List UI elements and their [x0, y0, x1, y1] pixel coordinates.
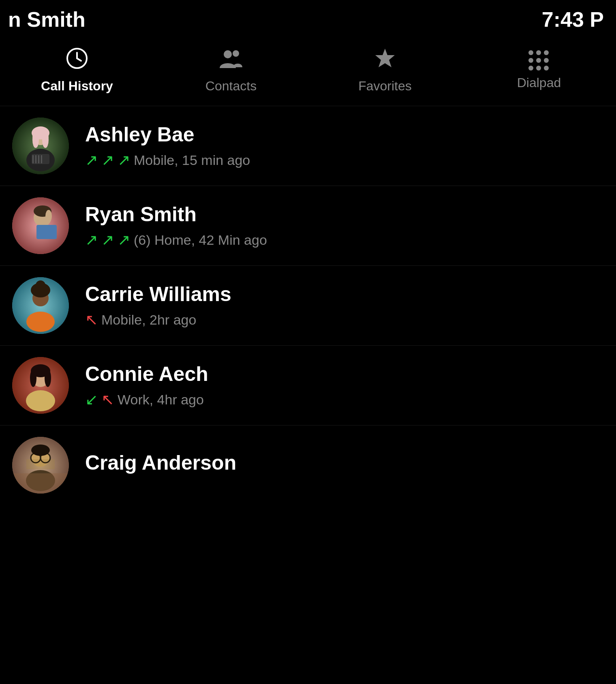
list-item[interactable]: Ryan Smith ↗ ↗ ↗ (6) Home, 42 Min ago: [0, 186, 616, 266]
avatar: [12, 277, 69, 334]
svg-point-3: [224, 50, 232, 58]
contact-name: Ryan Smith: [85, 203, 604, 226]
svg-rect-47: [12, 473, 69, 494]
svg-point-34: [26, 390, 55, 411]
svg-rect-16: [38, 155, 39, 163]
call-type-text: Work, 4hr ago: [118, 392, 204, 408]
outgoing-arrow-2: ↗: [101, 231, 114, 249]
contact-info: Ashley Bae ↗ ↗ ↗ Mobile, 15 min ago: [85, 123, 604, 169]
outgoing-arrow-1: ↗: [85, 151, 98, 169]
contact-info: Carrie Williams ↗ Mobile, 2hr ago: [85, 282, 604, 329]
svg-point-27: [26, 312, 55, 332]
svg-point-37: [45, 369, 51, 387]
outgoing-arrow-3: ↗: [118, 231, 130, 249]
tab-dialpad[interactable]: Dialpad: [462, 50, 616, 90]
contact-name: Carrie Williams: [85, 282, 604, 306]
call-details: ↙ ↗ Work, 4hr ago: [85, 391, 604, 408]
outgoing-arrow-3: ↗: [118, 151, 130, 169]
avatar: [12, 357, 69, 414]
svg-point-12: [42, 132, 49, 148]
svg-rect-41: [26, 459, 55, 469]
call-type-text: Mobile, 15 min ago: [134, 152, 250, 168]
list-item[interactable]: Carrie Williams ↗ Mobile, 2hr ago: [0, 266, 616, 346]
missed-arrow: ↗: [101, 391, 114, 408]
tab-bar: Call History Contacts Favorites: [0, 39, 616, 106]
svg-rect-21: [36, 225, 57, 239]
call-type-text: (6) Home, 42 Min ago: [134, 232, 267, 248]
status-bar-time: 7:43 P: [542, 7, 604, 32]
outgoing-arrow-2: ↗: [101, 151, 114, 169]
incoming-arrow: ↙: [85, 391, 98, 408]
svg-rect-17: [41, 155, 42, 163]
list-item[interactable]: Craig Anderson: [0, 425, 616, 494]
missed-arrow: ↗: [85, 311, 98, 329]
contact-name: Craig Anderson: [85, 451, 604, 475]
avatar: [12, 437, 69, 494]
tab-dialpad-label: Dialpad: [517, 75, 561, 90]
svg-line-2: [77, 58, 81, 61]
status-bar: n Smith 7:43 P: [0, 0, 616, 39]
svg-rect-14: [32, 155, 34, 163]
svg-marker-5: [375, 49, 395, 67]
outgoing-arrow-1: ↗: [85, 231, 98, 249]
call-details: ↗ ↗ ↗ Mobile, 15 min ago: [85, 151, 604, 169]
svg-point-30: [36, 280, 45, 290]
contact-info: Connie Aech ↙ ↗ Work, 4hr ago: [85, 362, 604, 408]
tab-call-history-label: Call History: [41, 79, 113, 94]
dialpad-icon: [528, 50, 550, 71]
tab-contacts-label: Contacts: [205, 79, 257, 94]
svg-rect-15: [35, 155, 36, 163]
tab-call-history[interactable]: Call History: [0, 47, 154, 94]
svg-point-4: [233, 50, 239, 57]
avatar: [12, 197, 69, 254]
contact-info: Craig Anderson: [85, 451, 604, 479]
svg-rect-13: [32, 154, 49, 164]
list-item[interactable]: Ashley Bae ↗ ↗ ↗ Mobile, 15 min ago: [0, 106, 616, 186]
contact-list: Ashley Bae ↗ ↗ ↗ Mobile, 15 min ago: [0, 106, 616, 494]
people-icon: [219, 47, 243, 75]
contact-name: Connie Aech: [85, 362, 604, 386]
svg-point-45: [31, 445, 50, 456]
avatar: [12, 118, 69, 174]
call-details: ↗ Mobile, 2hr ago: [85, 311, 604, 329]
tab-favorites-label: Favorites: [358, 79, 412, 94]
call-details: ↗ ↗ ↗ (6) Home, 42 Min ago: [85, 231, 604, 249]
call-type-text: Mobile, 2hr ago: [101, 312, 196, 328]
svg-point-36: [30, 369, 36, 387]
contact-name: Ashley Bae: [85, 123, 604, 146]
contact-info: Ryan Smith ↗ ↗ ↗ (6) Home, 42 Min ago: [85, 203, 604, 249]
list-item[interactable]: Connie Aech ↙ ↗ Work, 4hr ago: [0, 346, 616, 425]
svg-point-23: [45, 210, 52, 222]
tab-favorites[interactable]: Favorites: [308, 47, 462, 94]
svg-point-11: [32, 132, 39, 148]
clock-icon: [66, 47, 88, 75]
status-bar-left-text: n Smith: [8, 7, 86, 32]
star-icon: [374, 47, 396, 75]
tab-contacts[interactable]: Contacts: [154, 47, 308, 94]
